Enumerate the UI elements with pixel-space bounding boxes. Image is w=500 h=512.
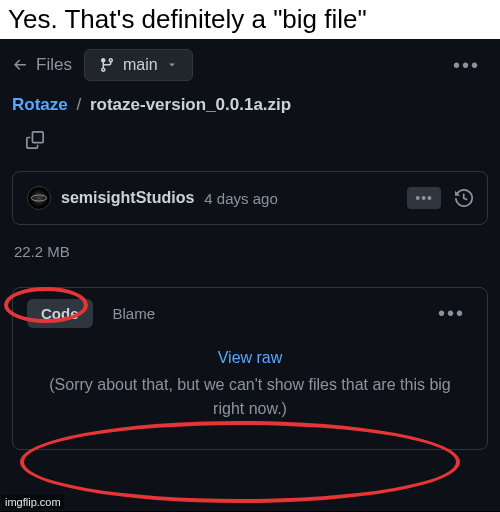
back-to-files[interactable]: Files (12, 55, 72, 75)
file-preview-box: Code Blame ••• View raw (Sorry about tha… (12, 287, 488, 450)
latest-commit-box: semisightStudios 4 days ago ••• (12, 171, 488, 225)
file-name: rotaze-version_0.0.1a.zip (90, 95, 291, 114)
breadcrumb-separator: / (76, 95, 81, 114)
meme-caption: Yes. That's definitely a "big file" (0, 0, 500, 39)
github-file-view: Files main ••• Rotaze / rotaze-version_0… (0, 39, 500, 511)
commit-sha-badge[interactable]: ••• (407, 187, 441, 209)
copy-icon (26, 131, 44, 149)
view-raw-link[interactable]: View raw (37, 349, 463, 367)
file-more-menu[interactable]: ••• (430, 298, 473, 329)
preview-body: View raw (Sorry about that, but we can't… (13, 329, 487, 449)
commit-author[interactable]: semisightStudios (61, 189, 194, 207)
arrow-left-icon (12, 57, 28, 73)
breadcrumb: Rotaze / rotaze-version_0.0.1a.zip (12, 95, 488, 115)
file-too-big-message: (Sorry about that, but we can't show fil… (37, 373, 463, 421)
commit-time: 4 days ago (204, 190, 277, 207)
avatar[interactable] (27, 186, 51, 210)
repo-link[interactable]: Rotaze (12, 95, 68, 114)
branch-selector[interactable]: main (84, 49, 193, 81)
chevron-down-icon (166, 59, 178, 71)
branch-name: main (123, 56, 158, 74)
commit-actions: ••• (407, 187, 473, 209)
watermark: imgflip.com (2, 495, 64, 509)
history-icon[interactable] (455, 189, 473, 207)
tab-code[interactable]: Code (27, 299, 93, 328)
tab-blame[interactable]: Blame (99, 299, 170, 328)
back-label: Files (36, 55, 72, 75)
copy-path-button[interactable] (26, 131, 44, 149)
file-size: 22.2 MB (14, 243, 70, 260)
preview-tabs: Code Blame ••• (13, 288, 487, 329)
top-nav-row: Files main ••• (12, 49, 488, 81)
more-menu[interactable]: ••• (445, 50, 488, 81)
git-branch-icon (99, 57, 115, 73)
